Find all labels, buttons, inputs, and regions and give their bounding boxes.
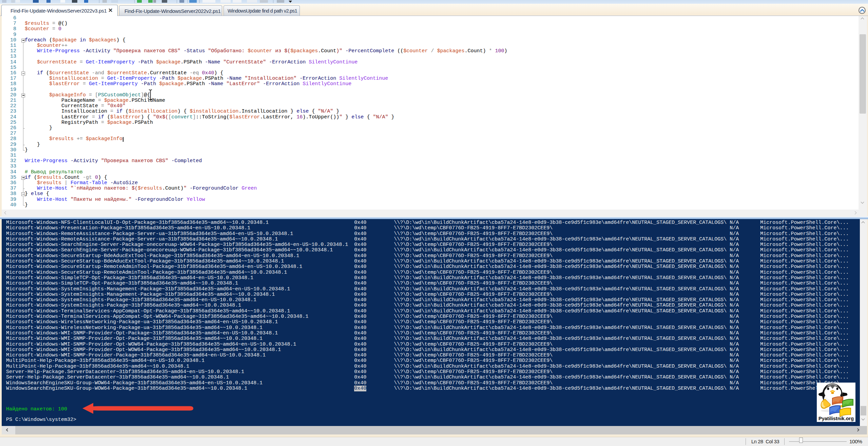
svg-text:Pyatilistnik.org: Pyatilistnik.org bbox=[818, 415, 854, 421]
